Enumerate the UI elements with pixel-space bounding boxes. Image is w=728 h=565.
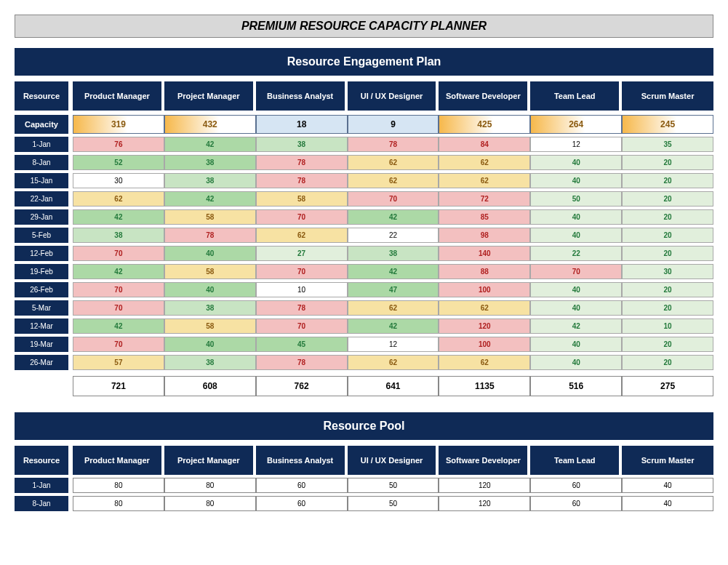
totals-row: 7216087626411135516275: [15, 376, 713, 396]
data-cell: 42: [73, 264, 164, 279]
capacity-cell: 264: [530, 115, 622, 134]
date-label: 12-Feb: [15, 246, 73, 261]
table-row: 22-Jan62425870725020: [15, 191, 713, 207]
data-cell: 78: [256, 355, 348, 370]
data-cell: 60: [530, 478, 622, 493]
table-row: 8-Jan52387862624020: [15, 155, 713, 170]
data-cell: 76: [73, 137, 164, 152]
date-label: 5-Feb: [15, 228, 73, 243]
table-row: 19-Feb42587042887030: [15, 264, 713, 279]
data-cell: 20: [622, 246, 713, 261]
header-resource: Resource: [15, 81, 73, 111]
capacity-label: Capacity: [15, 115, 73, 134]
data-cell: 38: [348, 246, 439, 261]
data-cell: 42: [530, 318, 622, 334]
data-cell: 38: [256, 137, 348, 152]
data-cell: 30: [622, 264, 713, 279]
data-cell: 70: [530, 264, 622, 279]
date-label: 19-Feb: [15, 264, 73, 279]
date-label: 19-Mar: [15, 337, 73, 352]
header-col: Scrum Master: [622, 81, 713, 111]
data-cell: 47: [348, 282, 439, 297]
data-cell: 80: [73, 478, 164, 493]
data-cell: 40: [530, 355, 622, 370]
data-cell: 20: [622, 300, 713, 316]
page-title: PREMIUM RESOURCE CAPACITY PLANNER: [15, 15, 713, 38]
total-cell: 608: [164, 376, 256, 396]
data-cell: 42: [164, 137, 256, 152]
total-cell: 762: [256, 376, 348, 396]
data-cell: 20: [622, 191, 713, 207]
data-cell: 40: [530, 228, 622, 243]
capacity-cell: 319: [73, 115, 164, 134]
data-cell: 84: [439, 137, 530, 152]
data-cell: 30: [73, 173, 164, 188]
capacity-row: Capacity 319432189425264245: [15, 115, 713, 134]
data-cell: 52: [73, 155, 164, 170]
section-engagement-plan: Resource Engagement Plan: [15, 48, 713, 76]
data-cell: 20: [622, 155, 713, 170]
data-cell: 40: [622, 496, 713, 511]
header-col: Software Developer: [439, 81, 530, 111]
data-cell: 70: [256, 264, 348, 279]
data-cell: 62: [439, 155, 530, 170]
data-cell: 40: [622, 478, 713, 493]
header-col: UI / UX Designer: [348, 446, 439, 475]
data-cell: 62: [348, 300, 439, 316]
table-row: 12-Mar425870421204210: [15, 318, 713, 334]
data-cell: 140: [439, 246, 530, 261]
data-cell: 22: [530, 246, 622, 261]
total-cell: 721: [73, 376, 164, 396]
header-col: Product Manager: [73, 81, 164, 111]
data-cell: 42: [348, 318, 439, 334]
date-label: 26-Mar: [15, 355, 73, 370]
date-label: 22-Jan: [15, 191, 73, 207]
data-cell: 78: [256, 173, 348, 188]
data-cell: 62: [439, 173, 530, 188]
header-col: Team Lead: [530, 81, 622, 111]
data-cell: 40: [530, 337, 622, 352]
data-cell: 20: [622, 282, 713, 297]
data-cell: 70: [256, 318, 348, 334]
data-cell: 20: [622, 337, 713, 352]
data-cell: 70: [73, 337, 164, 352]
data-cell: 57: [73, 355, 164, 370]
data-cell: 100: [439, 337, 530, 352]
data-cell: 70: [348, 191, 439, 207]
date-label: 5-Mar: [15, 300, 73, 316]
table-row: 1-Jan76423878841235: [15, 137, 713, 152]
data-cell: 70: [73, 282, 164, 297]
data-cell: 85: [439, 209, 530, 225]
header-col: Scrum Master: [622, 446, 713, 475]
data-cell: 50: [348, 478, 439, 493]
pool-header-row: Resource Product Manager Project Manager…: [15, 446, 713, 475]
capacity-cell: 245: [622, 115, 713, 134]
data-cell: 42: [348, 264, 439, 279]
data-cell: 80: [164, 496, 256, 511]
data-cell: 70: [256, 209, 348, 225]
data-cell: 120: [439, 318, 530, 334]
total-cell: 1135: [439, 376, 530, 396]
data-cell: 38: [164, 155, 256, 170]
data-cell: 58: [256, 191, 348, 207]
section-resource-pool: Resource Pool: [15, 412, 713, 440]
data-cell: 58: [164, 318, 256, 334]
data-cell: 10: [256, 282, 348, 297]
data-cell: 42: [348, 209, 439, 225]
data-cell: 38: [73, 228, 164, 243]
table-row: 5-Mar70387862624020: [15, 300, 713, 316]
data-cell: 12: [348, 337, 439, 352]
data-cell: 42: [73, 318, 164, 334]
table-row: 19-Mar704045121004020: [15, 337, 713, 352]
header-col: Business Analyst: [256, 446, 348, 475]
header-col: Product Manager: [73, 446, 164, 475]
date-label: 8-Jan: [15, 155, 73, 170]
data-cell: 20: [622, 173, 713, 188]
data-cell: 78: [164, 228, 256, 243]
date-label: 1-Jan: [15, 137, 73, 152]
data-cell: 27: [256, 246, 348, 261]
data-cell: 40: [530, 282, 622, 297]
data-cell: 70: [73, 246, 164, 261]
data-cell: 38: [164, 173, 256, 188]
data-cell: 42: [73, 209, 164, 225]
